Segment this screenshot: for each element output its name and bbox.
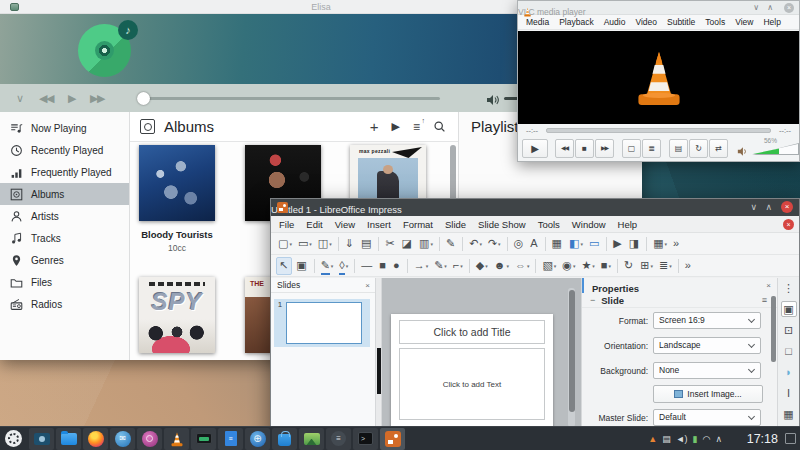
symbol-shapes-icon[interactable]: ☻▾: [492, 257, 511, 275]
playback-slider-handle[interactable]: [137, 92, 150, 105]
volume-slider[interactable]: 56%: [752, 140, 799, 157]
callouts-icon[interactable]: ◉▾: [560, 257, 577, 275]
find-replace-icon[interactable]: ◎: [512, 235, 527, 253]
zoom-pan-icon[interactable]: ▣: [294, 257, 309, 275]
taskbar-mail[interactable]: ✉: [110, 428, 135, 450]
properties-scrollbar[interactable]: [771, 296, 776, 362]
fullscreen-button[interactable]: ▢: [622, 139, 641, 158]
presenter-console-icon[interactable]: ◨: [627, 235, 642, 253]
playback-slider[interactable]: [143, 97, 440, 100]
select-tool-icon[interactable]: ↖: [276, 257, 292, 275]
minimize-button[interactable]: ∨: [753, 1, 759, 14]
slide-thumbnail[interactable]: [286, 302, 362, 344]
basic-shapes-icon[interactable]: ◆▾: [474, 257, 490, 275]
sidebar-settings-icon[interactable]: ⋮: [781, 280, 797, 296]
collapse-player-button[interactable]: ∨: [16, 84, 24, 112]
slide-transition-tab-icon[interactable]: ⊡: [781, 322, 797, 338]
play-button[interactable]: ▶: [68, 84, 75, 112]
sidebar-item-artists[interactable]: Artists: [0, 205, 129, 227]
background-select[interactable]: None: [653, 362, 761, 379]
previous-track-button[interactable]: ◀◀: [39, 84, 53, 112]
arrange-icon[interactable]: ≣▾: [657, 257, 674, 275]
new-icon[interactable]: ▢▾: [276, 235, 294, 253]
workspace-scrollbar[interactable]: [568, 288, 575, 427]
close-properties-button[interactable]: ×: [766, 278, 771, 293]
taskbar-discover[interactable]: [272, 428, 297, 450]
master-slide-select[interactable]: Default: [653, 409, 761, 426]
lines-arrows-icon[interactable]: →▾: [412, 257, 431, 275]
flowchart-icon[interactable]: ▧▾: [540, 257, 558, 275]
playback-menu[interactable]: Playback: [554, 15, 599, 29]
slide-menu[interactable]: Slide: [439, 216, 472, 232]
section-menu-icon[interactable]: ≡: [762, 295, 767, 305]
block-arrows-icon[interactable]: ⇔▾: [513, 257, 532, 275]
align-icon[interactable]: ⊞▾: [638, 257, 655, 275]
display-views-icon[interactable]: ◧▾: [567, 235, 585, 253]
paste-icon[interactable]: ▥▾: [417, 235, 435, 253]
sidebar-item-radios[interactable]: Radios: [0, 293, 129, 315]
search-icon[interactable]: [433, 120, 446, 133]
battery-tray-icon[interactable]: ▮: [693, 427, 698, 450]
taskbar-elisa[interactable]: [137, 428, 162, 450]
add-music-button[interactable]: +: [370, 119, 379, 134]
draw-overflow-icon[interactable]: »: [683, 257, 694, 275]
album-item[interactable]: SPY: [139, 277, 215, 353]
taskbar-impress-active[interactable]: [380, 428, 405, 450]
close-document-button[interactable]: ×: [783, 219, 794, 230]
taskbar-firefox[interactable]: [83, 428, 108, 450]
redo-icon[interactable]: ↷▾: [486, 235, 503, 253]
help-menu[interactable]: Help: [758, 15, 785, 29]
volume-tray-icon[interactable]: ◄): [676, 427, 688, 450]
file-menu[interactable]: File: [273, 216, 300, 232]
properties-tab-icon[interactable]: ▣: [781, 301, 797, 317]
stop-button[interactable]: ■: [575, 139, 594, 158]
network-tray-icon[interactable]: ◠: [703, 427, 711, 450]
app-launcher-button[interactable]: [5, 430, 22, 447]
tools-menu[interactable]: Tools: [532, 216, 566, 232]
video-menu[interactable]: Video: [630, 15, 662, 29]
stars-banners-icon[interactable]: ★▾: [579, 257, 596, 275]
taskbar-file-manager[interactable]: [56, 428, 81, 450]
toolbar-overflow-icon[interactable]: »: [671, 235, 682, 253]
title-placeholder[interactable]: Click to add Title: [399, 320, 545, 344]
extended-settings-button[interactable]: ≣: [642, 139, 661, 158]
playlist-button[interactable]: ▤: [669, 139, 688, 158]
export-pdf-icon[interactable]: ⇓: [343, 235, 357, 253]
copy-icon[interactable]: ◪: [400, 235, 415, 253]
random-button[interactable]: ⇄: [709, 139, 728, 158]
impress-titlebar[interactable]: Untitled 1 - LibreOffice Impress ∨ ∧ ×: [271, 199, 799, 216]
insert-line-icon[interactable]: —: [359, 257, 375, 275]
insert-table-icon[interactable]: ▦▾: [651, 235, 669, 253]
close-slides-panel-button[interactable]: ×: [365, 278, 370, 293]
rectangle-icon[interactable]: ■: [377, 257, 389, 275]
styles-tab-icon[interactable]: I: [781, 385, 797, 401]
show-desktop-button[interactable]: [785, 433, 796, 444]
cut-icon[interactable]: ✂: [383, 235, 397, 253]
format-select[interactable]: Screen 16:9: [653, 312, 761, 329]
format-menu[interactable]: Format: [397, 216, 439, 232]
start-slideshow-icon[interactable]: ▶: [611, 235, 624, 253]
audio-menu[interactable]: Audio: [599, 15, 631, 29]
print-icon[interactable]: ▤: [359, 235, 374, 253]
body-placeholder[interactable]: Click to add Text: [399, 348, 545, 420]
clipboard-tray-icon[interactable]: ▤: [662, 427, 671, 450]
vlc-tray-icon[interactable]: ▲: [648, 427, 657, 450]
play-button[interactable]: ▶: [522, 139, 548, 158]
font-color-icon[interactable]: A: [528, 235, 540, 253]
3d-objects-icon[interactable]: ■▾: [599, 257, 613, 275]
sidebar-item-now-playing[interactable]: Now Playing: [0, 117, 129, 139]
view-menu[interactable]: View: [730, 15, 758, 29]
open-icon[interactable]: ▭▾: [296, 235, 314, 253]
expand-tray-icon[interactable]: ∧: [715, 427, 722, 450]
insert-menu[interactable]: Insert: [361, 216, 397, 232]
connector-icon[interactable]: ⌐▾: [451, 257, 465, 275]
insert-image-button[interactable]: Insert Image...: [653, 385, 763, 403]
play-all-button[interactable]: ▶: [392, 120, 400, 133]
animation-tab-icon[interactable]: □: [781, 343, 797, 359]
album-item[interactable]: Bloody Tourists 10cc: [139, 145, 215, 253]
maximize-button[interactable]: ∧: [767, 1, 773, 14]
sidebar-item-frequently-played[interactable]: Frequently Played: [0, 161, 129, 183]
next-button[interactable]: ▶▶: [595, 139, 614, 158]
taskbar-web-browser[interactable]: ⊕: [245, 428, 270, 450]
taskbar-screenshot-tool[interactable]: [29, 428, 54, 450]
